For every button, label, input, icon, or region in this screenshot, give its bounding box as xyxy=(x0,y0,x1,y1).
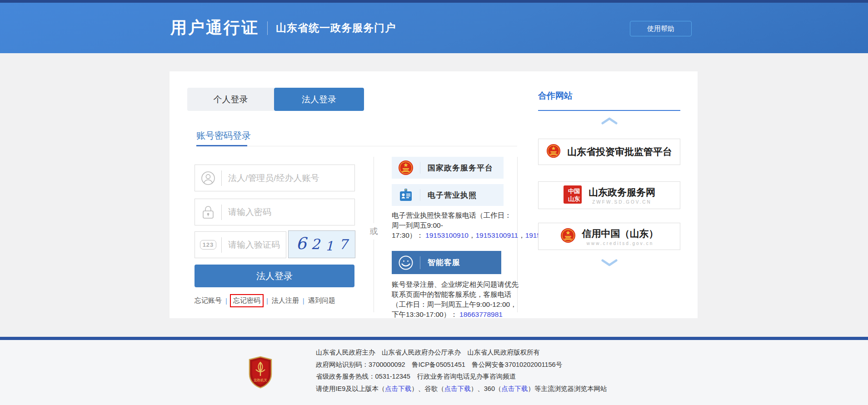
download-link-chrome[interactable]: 点击下载 xyxy=(444,385,471,392)
account-input[interactable] xyxy=(228,173,354,183)
tab-personal-login[interactable]: 个人登录 xyxy=(187,88,274,111)
national-emblem-icon xyxy=(392,160,420,175)
login-tabs: 个人登录 法人登录 xyxy=(187,88,364,111)
field-separator xyxy=(221,170,222,186)
lock-icon xyxy=(195,205,221,220)
footer-line-hotline: 省级政务服务热线：0531-12345 行政业务咨询电话见办事咨询频道 xyxy=(316,370,607,383)
tab-legal-person-login[interactable]: 法人登录 xyxy=(274,88,364,111)
partners-underline xyxy=(538,110,680,111)
field-separator xyxy=(221,205,222,220)
license-phone-1[interactable]: 19153100910 xyxy=(425,231,469,239)
button-separator xyxy=(420,189,420,201)
browser-note-text: ）、360（ xyxy=(471,385,502,392)
account-field-wrap xyxy=(195,165,355,191)
national-emblem-icon xyxy=(560,228,576,245)
footer-line-site-id: 政府网站识别码：3700000092 鲁ICP备05051451 鲁公网安备37… xyxy=(316,359,607,371)
national-gov-platform-button[interactable]: 国家政务服务平台 xyxy=(392,157,504,179)
partner-site-name: 山东政务服务网 xyxy=(589,186,655,199)
legal-person-login-button[interactable]: 法人登录 xyxy=(195,265,354,287)
partner-sites-column: 合作网站 xyxy=(538,90,680,266)
note-line: 电子营业执照快登客服电话（工作日： xyxy=(392,211,512,219)
download-link-ie[interactable]: 点击下载 xyxy=(385,385,411,392)
main-area: 个人登录 法人登录 账号密码登录 xyxy=(0,53,868,337)
captcha-image[interactable]: 6 2 1 7 xyxy=(288,230,355,258)
button-separator xyxy=(420,256,420,269)
svg-text:山: 山 xyxy=(568,195,574,202)
partner-site-credit-china[interactable]: 信用中国（山东） www.creditsd.gov.cn xyxy=(538,223,680,250)
shandong-red-seal-icon: 中 国 山 东 xyxy=(563,185,582,206)
browser-note-text: 请使用IE9及以上版本（ xyxy=(316,385,385,392)
forgot-account-link[interactable]: 忘记账号 xyxy=(195,296,222,305)
note-line: 周一到周五9:00- xyxy=(392,221,443,229)
password-input[interactable] xyxy=(228,207,354,217)
link-separator: | xyxy=(225,297,227,305)
captcha-123-icon: 123 xyxy=(195,240,221,250)
help-button[interactable]: 使用帮助 xyxy=(630,21,692,36)
partner-site-name: 山东省投资审批监管平台 xyxy=(567,145,672,158)
alt-login-column: 国家政务服务平台 xyxy=(392,157,504,320)
chevron-down-icon xyxy=(601,259,618,266)
field-separator xyxy=(221,237,222,253)
method-title-underline xyxy=(196,145,247,146)
footer-line-browsers: 请使用IE9及以上版本（点击下载）、谷歌（点击下载）、360（点击下载）等主流浏… xyxy=(316,383,607,395)
account-service-note: 账号登录注册、企业绑定相关问题请优先联系页面中的智能客服系统，客服电话（工作日：… xyxy=(392,280,524,320)
license-badge-icon xyxy=(392,188,420,202)
footer: 党政机关 山东省人民政府主办 山东省人民政府办公厅承办 山东省人民政府版权所有 … xyxy=(0,340,868,405)
partner-site-investment-platform[interactable]: 山东省投资审批监管平台 xyxy=(538,139,680,165)
partner-sites-title: 合作网站 xyxy=(538,90,680,102)
scroll-down-button[interactable] xyxy=(538,259,680,266)
page: 用户通行证 山东省统一政务服务门户 使用帮助 个人登录 法人登录 账号密码登录 xyxy=(0,0,868,405)
partner-site-url: www.creditsd.gov.cn xyxy=(582,241,658,246)
brand-divider xyxy=(267,21,268,35)
link-separator: | xyxy=(303,297,304,305)
note-line: 17:30）： xyxy=(392,231,425,239)
party-government-shield-icon: 党政机关 xyxy=(248,356,273,390)
footer-line-sponsor: 山东省人民政府主办 山东省人民政府办公厅承办 山东省人民政府版权所有 xyxy=(316,346,607,359)
e-business-license-label: 电子营业执照 xyxy=(428,190,477,200)
link-separator: | xyxy=(266,297,268,305)
scroll-up-button[interactable] xyxy=(538,117,680,125)
svg-text:党政机关: 党政机关 xyxy=(254,378,268,382)
national-emblem-icon xyxy=(546,144,561,160)
footer-text-block: 山东省人民政府主办 山东省人民政府办公厅承办 山东省人民政府版权所有 政府网站识… xyxy=(316,346,607,395)
captcha-digit: 7 xyxy=(339,236,348,252)
license-phone-line: 17:30）： 19153100910，19153100911，1915310 xyxy=(392,231,553,239)
captcha-field-wrap: 123 xyxy=(195,231,286,258)
phone-separator: ， xyxy=(518,231,525,239)
e-license-service-note: 电子营业执照快登客服电话（工作日： 周一到周五9:00- 17:30）： 191… xyxy=(392,210,524,240)
brand: 用户通行证 山东省统一政务服务门户 xyxy=(170,3,396,53)
license-phone-2[interactable]: 19153100911 xyxy=(475,231,518,239)
partner-site-name: 信用中国（山东） xyxy=(582,227,658,240)
captcha-digit: 6 xyxy=(296,234,306,253)
captcha-digit: 2 xyxy=(311,236,320,252)
download-link-360[interactable]: 点击下载 xyxy=(501,385,528,392)
smart-customer-service-button[interactable]: 智能客服 xyxy=(392,251,501,274)
header: 用户通行证 山东省统一政务服务门户 使用帮助 xyxy=(0,3,868,53)
service-phone[interactable]: 18663778981 xyxy=(459,310,503,318)
user-icon xyxy=(195,171,221,185)
footer-accent-bar xyxy=(0,337,868,340)
robot-face-icon xyxy=(392,255,420,271)
button-separator xyxy=(420,162,420,174)
partner-site-url: ZWFW.SD.GOV.CN xyxy=(589,200,655,205)
captcha-input[interactable] xyxy=(228,240,286,250)
phone-separator: ， xyxy=(469,231,476,239)
login-card: 个人登录 法人登录 账号密码登录 xyxy=(170,71,698,318)
svg-text:中: 中 xyxy=(568,188,574,195)
login-method-title: 账号密码登录 xyxy=(196,130,251,142)
encounter-problem-link[interactable]: 遇到问题 xyxy=(308,296,335,305)
portal-subtitle: 山东省统一政务服务门户 xyxy=(276,21,396,35)
helper-links: 忘记账号 | 忘记密码 | 法人注册 | 遇到问题 xyxy=(195,295,335,306)
chevron-up-icon xyxy=(601,117,618,125)
e-business-license-button[interactable]: 电子营业执照 xyxy=(392,184,504,206)
forgot-password-link-highlighted[interactable]: 忘记密码 xyxy=(230,294,264,307)
partner-site-zwfw[interactable]: 中 国 山 东 山东政务服务网 ZWFW.SD.GOV.CN xyxy=(538,181,680,209)
smart-customer-service-label: 智能客服 xyxy=(428,257,460,268)
svg-text:东: 东 xyxy=(574,195,580,202)
app-title: 用户通行证 xyxy=(170,17,259,39)
legal-person-register-link[interactable]: 法人注册 xyxy=(272,296,299,305)
national-gov-platform-label: 国家政务服务平台 xyxy=(428,163,493,173)
browser-note-text: ）等主流浏览器浏览本网站 xyxy=(528,385,607,392)
captcha-digit: 1 xyxy=(325,239,334,254)
browser-note-text: ）、谷歌（ xyxy=(411,385,444,392)
